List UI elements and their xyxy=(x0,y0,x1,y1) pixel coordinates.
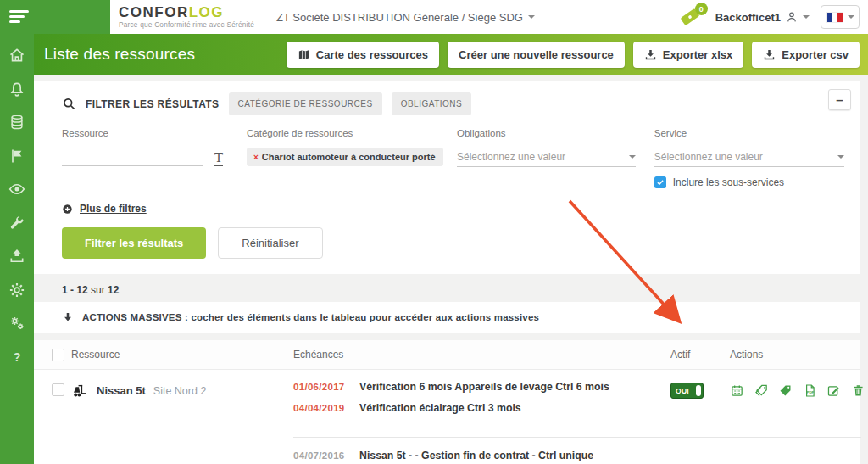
results-count: 1 - 12 sur 12 xyxy=(62,284,868,296)
user-menu[interactable]: Backofficet1 xyxy=(715,10,810,24)
obligations-field-label: Obligations xyxy=(457,128,636,138)
export-xlsx-button[interactable]: Exporter xlsx xyxy=(633,42,743,68)
tab-obligations[interactable]: OBLIGATIONS xyxy=(392,92,472,115)
resource-search-input[interactable] xyxy=(62,148,203,166)
home-icon[interactable] xyxy=(8,47,25,64)
person-icon xyxy=(785,10,798,24)
tags-icon[interactable] xyxy=(754,383,769,398)
trash-icon[interactable] xyxy=(851,383,865,398)
column-header-active: Actif xyxy=(670,349,730,361)
upload-icon[interactable] xyxy=(8,248,25,265)
sidebar xyxy=(0,0,34,464)
toggle-label: OUI xyxy=(676,387,689,395)
search-icon xyxy=(62,97,76,111)
map-icon xyxy=(298,48,310,61)
chevron-down-icon xyxy=(848,15,854,19)
category-field-label: Catégorie de ressources xyxy=(247,128,443,138)
company-context-selector[interactable]: ZT Société DISTRIBUTION Générale / Siège… xyxy=(276,11,535,24)
include-subservices-label: Inclure les sous-services xyxy=(673,176,784,188)
select-all-checkbox[interactable] xyxy=(52,349,64,361)
chevron-down-icon xyxy=(528,15,535,19)
deadline-label: Vérification 6 mois Appareils de levage … xyxy=(359,381,670,393)
edit-icon[interactable] xyxy=(826,383,841,398)
menu-block xyxy=(0,0,110,34)
pdf-icon[interactable] xyxy=(803,383,817,398)
resources-table: Ressource Echéances Actif Actions Nissan… xyxy=(34,340,860,464)
reset-filters-button[interactable]: Réinitialiser xyxy=(218,227,322,259)
notifications-bell-icon[interactable] xyxy=(8,81,25,98)
column-header-deadlines: Echéances xyxy=(293,349,670,361)
chevron-down-icon xyxy=(837,155,844,159)
page-header: Liste des ressources Carte des ressource… xyxy=(34,34,868,75)
toggle-knob xyxy=(696,385,701,396)
plus-circle-icon xyxy=(62,204,73,215)
chip-label: Chariot automoteur à conducteur porté (i… xyxy=(262,152,437,162)
app-tagline: Parce que Conformité rime avec Sérénité xyxy=(119,21,254,28)
chevron-down-icon xyxy=(803,15,810,19)
column-header-actions: Actions xyxy=(730,349,860,361)
bulk-actions-banner: ACTIONS MASSIVES : cocher des éléments d… xyxy=(34,302,860,333)
filter-panel: FILTRER LES RÉSULTATS CATÉGORIE DE RESSO… xyxy=(34,81,860,274)
map-resources-button[interactable]: Carte des ressources xyxy=(287,42,439,68)
tag-icon[interactable] xyxy=(778,383,793,398)
calendar-icon[interactable] xyxy=(730,383,744,398)
language-selector[interactable] xyxy=(821,5,860,29)
tab-categorie-de-ressources[interactable]: CATÉGORIE DE RESSOURCES xyxy=(229,92,382,115)
logo-accent: LOG xyxy=(189,4,224,20)
text-format-icon[interactable]: T xyxy=(214,152,223,166)
app-logo[interactable]: ConforLOG Parce que Conformité rime avec… xyxy=(119,5,254,28)
deadline-date: 04/07/2016 xyxy=(293,450,359,461)
include-subservices-checkbox[interactable]: Inclure les sous-services xyxy=(654,176,844,188)
filter-panel-title: FILTRER LES RÉSULTATS xyxy=(86,98,220,110)
flag-icon[interactable] xyxy=(8,148,25,165)
hamburger-menu-icon[interactable] xyxy=(9,10,29,26)
username: Backofficet1 xyxy=(715,11,781,24)
filter-results-button[interactable]: Filtrer les résultats xyxy=(62,227,206,259)
deadline-label: Vérification éclairage Ctrl 3 mois xyxy=(359,402,670,414)
checked-checkbox-icon xyxy=(654,176,666,188)
deadline-item: 04/04/2019 Vérification éclairage Ctrl 3… xyxy=(293,402,670,414)
service-field-label: Service xyxy=(654,128,844,138)
bulk-actions-text: ACTIONS MASSIVES : cocher des éléments d… xyxy=(82,312,539,322)
obligations-select[interactable]: Sélectionnez une valeur xyxy=(457,148,636,167)
chevron-down-icon xyxy=(629,155,636,159)
gears-icon[interactable] xyxy=(8,315,25,332)
remove-chip-icon[interactable]: × xyxy=(253,153,259,162)
context-label: ZT Société DISTRIBUTION Générale / Siège… xyxy=(276,11,523,24)
collapse-filters-button[interactable]: – xyxy=(828,89,851,110)
export-csv-button[interactable]: Exporter csv xyxy=(752,42,860,68)
page-title: Liste des ressources xyxy=(44,45,195,64)
tickets-button[interactable]: 0 xyxy=(679,6,704,28)
category-filter-chip[interactable]: × Chariot automoteur à conducteur porté … xyxy=(247,148,443,166)
down-arrow-icon xyxy=(62,311,74,323)
deadline-separator xyxy=(293,437,861,438)
obligations-placeholder: Sélectionnez une valeur xyxy=(457,151,565,163)
logo-main: Confor xyxy=(119,4,189,20)
deadline-date: 01/06/2017 xyxy=(293,382,359,392)
create-resource-button[interactable]: Créer une nouvelle ressource xyxy=(448,42,625,68)
deadline-item: 01/06/2017 Vérification 6 mois Appareils… xyxy=(293,381,670,393)
download-icon xyxy=(644,48,657,61)
deadline-date: 04/04/2019 xyxy=(293,403,359,413)
resource-name: Nissan 5t xyxy=(97,384,146,397)
column-header-resource: Ressource xyxy=(71,349,293,361)
table-header-row: Ressource Echéances Actif Actions xyxy=(34,340,860,370)
forklift-icon xyxy=(71,382,89,400)
row-checkbox[interactable] xyxy=(52,383,64,396)
active-toggle[interactable]: OUI xyxy=(670,383,704,399)
notification-count-badge: 0 xyxy=(695,3,708,15)
gear-icon[interactable] xyxy=(8,282,25,299)
eye-icon[interactable] xyxy=(8,181,25,198)
help-icon[interactable] xyxy=(8,349,25,366)
resource-site: Site Nord 2 xyxy=(153,385,207,397)
service-select[interactable]: Sélectionnez une valeur xyxy=(654,148,844,167)
table-row: Nissan 5t Site Nord 2 01/06/2017 Vérific… xyxy=(34,370,860,464)
deadline-label: Nissan 5t - - Gestion fin de contrat - C… xyxy=(359,450,670,461)
more-filters-link[interactable]: Plus de filtres xyxy=(62,203,147,215)
deadline-item: 04/07/2016 Nissan 5t - - Gestion fin de … xyxy=(293,450,670,461)
service-placeholder: Sélectionnez une valeur xyxy=(654,151,763,163)
french-flag-icon xyxy=(826,12,843,23)
main-content: FILTRER LES RÉSULTATS CATÉGORIE DE RESSO… xyxy=(34,75,868,464)
wrench-icon[interactable] xyxy=(8,215,25,232)
resources-database-icon[interactable] xyxy=(8,114,25,131)
